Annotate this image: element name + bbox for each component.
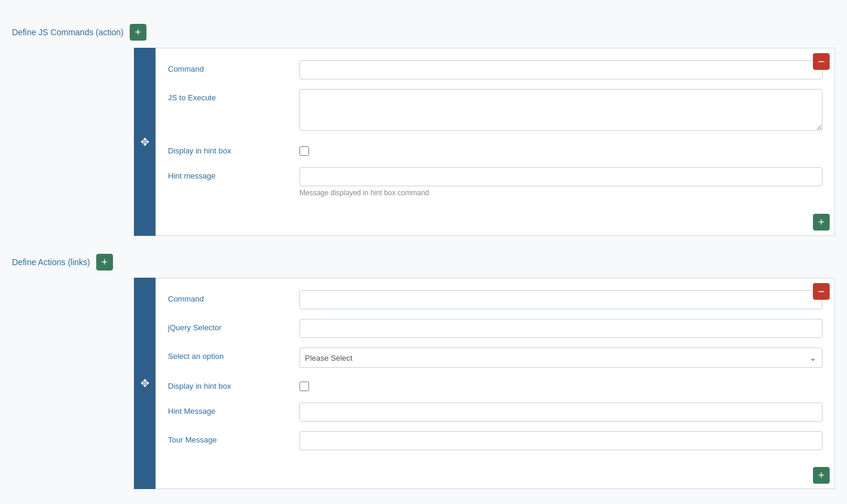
display-hint-box2-control — [299, 377, 822, 393]
add-action-link-button[interactable]: + — [96, 254, 113, 271]
jquery-selector-row: jQuery Selector — [168, 319, 822, 338]
actions-links-card-wrapper: ✥ − Command jQuery Selector Select an op… — [155, 278, 835, 489]
select-option-row: Select an option Please Select ⌄ — [168, 348, 822, 368]
hint-message1-control: Message displayed in hint box command — [299, 167, 822, 197]
select-option-label: Select an option — [168, 348, 299, 361]
hint-message1-hint: Message displayed in hint box command — [299, 189, 822, 197]
hint-message1-row: Hint message Message displayed in hint b… — [168, 167, 822, 197]
display-hint-box1-control — [299, 142, 822, 158]
command1-label: Command — [168, 60, 299, 73]
js-execute-row: JS to Execute — [168, 89, 822, 133]
display-hint-box2-checkbox[interactable] — [299, 382, 309, 391]
jquery-selector-label: jQuery Selector — [168, 319, 299, 332]
tour-message-control — [299, 431, 822, 450]
tour-message-input[interactable] — [299, 431, 822, 450]
drag-icon-2: ✥ — [140, 377, 149, 390]
display-hint-box2-row: Display in hint box — [168, 377, 822, 393]
js-execute-textarea[interactable] — [299, 89, 822, 131]
actions-links-title: Define Actions (links) — [12, 257, 90, 267]
js-execute-label: JS to Execute — [168, 89, 299, 102]
drag-icon: ✥ — [140, 136, 149, 149]
command2-row: Command — [168, 290, 822, 309]
hint-message2-input[interactable] — [299, 402, 822, 422]
command2-control — [299, 290, 822, 309]
js-commands-section-header: Define JS Commands (action) + — [12, 24, 835, 41]
command1-control — [299, 60, 822, 79]
display-hint-box1-label: Display in hint box — [168, 142, 299, 155]
hint-message2-label: Hint Message — [168, 402, 299, 416]
hint-message1-input[interactable] — [299, 167, 822, 186]
add-js-command-inner-button[interactable]: + — [813, 214, 830, 231]
js-commands-title: Define JS Commands (action) — [12, 27, 124, 37]
select-option-wrapper: Please Select ⌄ — [299, 348, 822, 368]
js-commands-drag-handle[interactable]: ✥ — [134, 48, 155, 236]
js-execute-control — [299, 89, 822, 133]
command2-input[interactable] — [299, 290, 822, 309]
select-option-control: Please Select ⌄ — [299, 348, 822, 368]
display-hint-box2-label: Display in hint box — [168, 377, 299, 391]
add-action-link-inner-button[interactable]: + — [813, 467, 830, 484]
actions-links-section-header: Define Actions (links) + — [12, 254, 835, 271]
remove-js-command-button[interactable]: − — [813, 53, 830, 70]
command1-row: Command — [168, 60, 822, 79]
hint-message1-label: Hint message — [168, 167, 299, 180]
actions-links-card: − Command jQuery Selector Select an opti… — [155, 278, 835, 489]
tour-message-row: Tour Message — [168, 431, 822, 450]
display-hint-box1-row: Display in hint box — [168, 142, 822, 158]
command2-label: Command — [168, 290, 299, 303]
command1-input[interactable] — [299, 60, 822, 79]
jquery-selector-control — [299, 319, 822, 338]
jquery-selector-input[interactable] — [299, 319, 822, 338]
remove-action-link-button[interactable]: − — [813, 283, 830, 300]
js-commands-card: − Command JS to Execute Display in hint … — [155, 48, 835, 236]
select-option-select[interactable]: Please Select — [299, 348, 822, 368]
tour-message-label: Tour Message — [168, 431, 299, 444]
hint-message2-control — [299, 402, 822, 422]
actions-links-drag-handle[interactable]: ✥ — [134, 278, 155, 489]
hint-message2-row: Hint Message — [168, 402, 822, 422]
display-hint-box1-checkbox[interactable] — [299, 146, 309, 156]
add-js-command-button[interactable]: + — [130, 24, 146, 41]
js-commands-card-wrapper: ✥ − Command JS to Execute Display in hin… — [155, 48, 835, 236]
